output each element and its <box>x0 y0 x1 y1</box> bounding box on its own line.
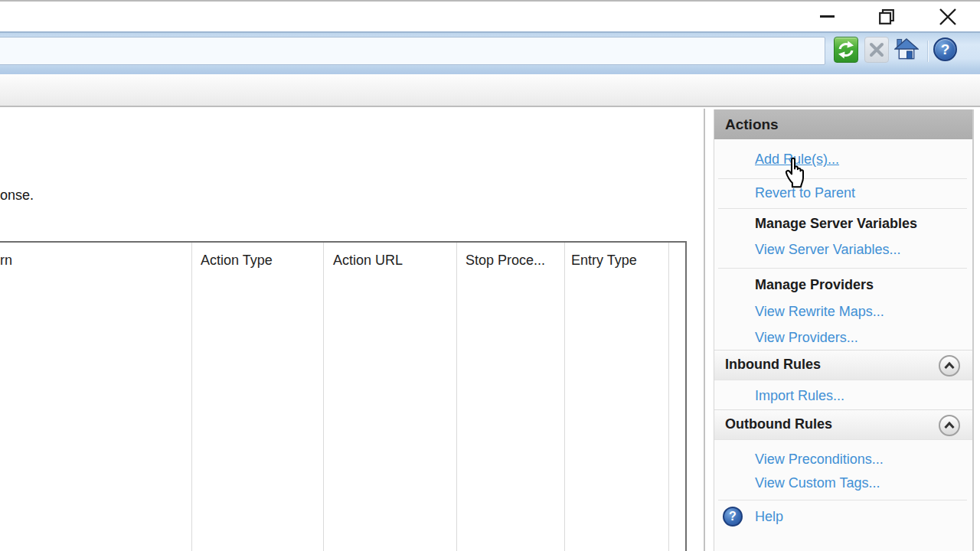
feature-description-fragment: onse. <box>0 187 34 204</box>
separator <box>718 500 967 500</box>
revert-to-parent-link[interactable]: Revert to Parent <box>755 185 855 201</box>
close-button[interactable] <box>930 2 965 31</box>
collapse-button[interactable] <box>939 355 960 377</box>
table-right-border <box>685 241 687 551</box>
outbound-rules-heading: Outbound Rules <box>725 416 832 432</box>
column-divider <box>668 243 669 551</box>
refresh-icon <box>836 40 856 60</box>
view-server-variables-link[interactable]: View Server Variables... <box>755 242 900 258</box>
inbound-rules-section[interactable]: Inbound Rules <box>714 350 972 380</box>
column-divider <box>191 243 192 551</box>
manage-providers-heading: Manage Providers <box>755 277 874 293</box>
content-actions-divider <box>704 109 705 551</box>
inbound-rules-heading: Inbound Rules <box>725 357 821 373</box>
home-icon <box>894 37 919 63</box>
add-rules-link[interactable]: Add Rule(s)... <box>755 152 839 168</box>
column-header-action-type[interactable]: Action Type <box>201 253 273 269</box>
chrome-gap-band <box>0 74 980 107</box>
actions-panel: Actions Add Rule(s)... Revert to Parent … <box>714 109 974 551</box>
view-custom-tags-link[interactable]: View Custom Tags... <box>755 475 880 491</box>
close-icon <box>939 8 957 26</box>
column-header-action-url[interactable]: Action URL <box>333 253 403 269</box>
separator <box>718 268 967 269</box>
restore-icon <box>877 8 896 26</box>
toolbar-separator <box>927 41 929 62</box>
title-bar <box>0 2 980 31</box>
column-divider <box>323 243 324 551</box>
table-top-border <box>0 241 687 243</box>
outbound-rules-section[interactable]: Outbound Rules <box>714 409 972 440</box>
minimize-button[interactable] <box>809 2 844 31</box>
help-link[interactable]: Help <box>755 509 783 525</box>
column-divider <box>564 243 565 551</box>
chevron-up-icon <box>943 421 956 430</box>
view-providers-link[interactable]: View Providers... <box>755 330 858 346</box>
import-rules-link[interactable]: Import Rules... <box>755 388 844 404</box>
column-header-pattern[interactable]: rn <box>0 253 12 269</box>
view-rewrite-maps-link[interactable]: View Rewrite Maps... <box>755 304 884 320</box>
help-icon: ? <box>941 42 950 57</box>
column-header-entry-type[interactable]: Entry Type <box>571 253 637 269</box>
help-icon: ? <box>723 507 743 527</box>
toolbar: ? <box>0 31 980 74</box>
chevron-up-icon <box>943 361 956 370</box>
manage-server-variables-heading: Manage Server Variables <box>755 216 917 232</box>
collapse-button[interactable] <box>939 415 960 436</box>
separator <box>718 178 967 179</box>
refresh-button[interactable] <box>834 37 858 63</box>
actions-panel-title: Actions <box>714 109 972 139</box>
minimize-icon <box>820 15 835 18</box>
stop-button[interactable] <box>864 37 889 63</box>
stop-icon <box>868 41 885 58</box>
column-divider <box>456 243 457 551</box>
address-bar[interactable] <box>0 37 825 65</box>
help-button[interactable]: ? <box>933 37 957 61</box>
home-button[interactable] <box>894 37 919 63</box>
restore-button[interactable] <box>869 2 904 31</box>
view-preconditions-link[interactable]: View Preconditions... <box>755 452 884 468</box>
column-header-stop-processing[interactable]: Stop Proce... <box>466 253 545 269</box>
separator <box>718 208 967 209</box>
iis-manager-window: ? onse. rn Action Type Action URL Stop P… <box>0 0 980 551</box>
